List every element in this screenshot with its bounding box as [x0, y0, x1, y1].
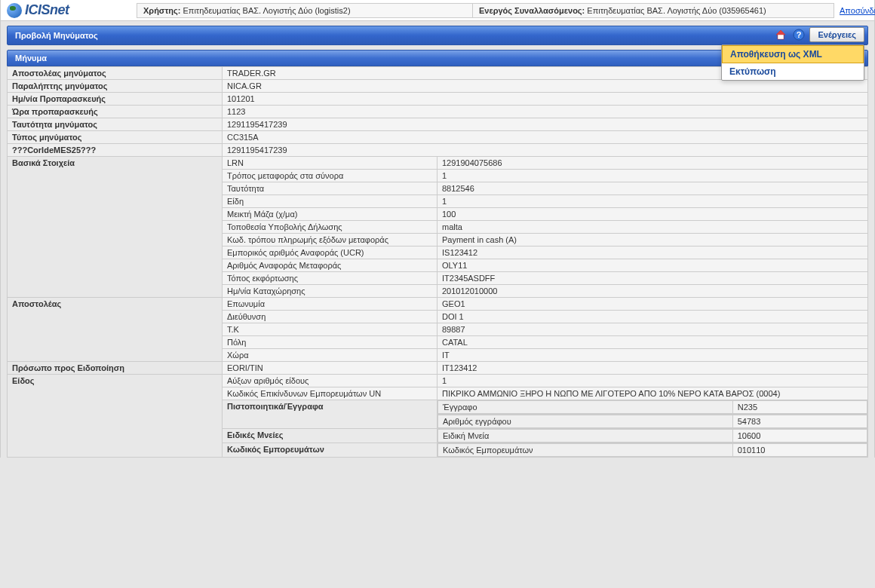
- logout-link[interactable]: Αποσύνδεση: [840, 6, 875, 15]
- row-value: 89887: [438, 323, 868, 336]
- row-label: Τ.Κ: [223, 323, 438, 336]
- row-label: Ταυτότητα μηνύματος: [8, 118, 223, 131]
- row-value: NICA.GR: [223, 80, 868, 93]
- section-basic: Βασικά Στοιχεία LRN 1291904075686: [8, 157, 868, 170]
- section-sender: Αποστολέας Επωνυμία GEO1: [8, 298, 868, 311]
- row-value: 1: [438, 170, 868, 182]
- title-actions: ? Ενέργειες: [773, 27, 864, 42]
- section-notify: Πρόσωπο προς Ειδοποίηση EORI/TIN IT12341…: [8, 362, 868, 375]
- row-value: 8812546: [438, 182, 868, 195]
- docs-inner: ΈγγραφοN235: [438, 400, 867, 414]
- logout-wrap: Αποσύνδεση: [834, 4, 875, 17]
- svg-text:?: ?: [797, 30, 802, 39]
- row-label: ???CorIdeMES25???: [8, 144, 223, 157]
- section-kind: Είδος Αύξων αριθμός είδους 1: [8, 375, 868, 387]
- home-icon[interactable]: [773, 27, 788, 42]
- table-row: Ταυτότητα μηνύματος1291195417239: [8, 118, 868, 131]
- row-label: Είδη: [223, 195, 438, 208]
- row-label: Τοποθεσία Υποβολής Δήλωσης: [223, 221, 438, 234]
- row-label: Διεύθυνση: [223, 311, 438, 323]
- row-value: DOI 1: [438, 311, 868, 323]
- row-value: 1291904075686: [438, 157, 868, 170]
- table-row: Τύπος μηνύματοςCC315A: [8, 131, 868, 144]
- row-value: 010110: [732, 444, 867, 457]
- row-label: Κωδικός Εμπορευμάτων: [438, 444, 733, 457]
- content-area: Μήνυμα Αποστολέας μηνύματοςTRADER.GR Παρ…: [7, 50, 868, 458]
- top-bar: ICISnet Χρήστης: Επιτηδευματίας ΒΑΣ. Λογ…: [1, 0, 874, 21]
- row-value: 201012010000: [438, 285, 868, 298]
- row-value: malta: [438, 221, 868, 234]
- menu-print[interactable]: Εκτύπωση: [722, 63, 864, 80]
- sub-inner: Αριθμός εγγράφου54783: [438, 415, 868, 429]
- row-label: Παραλήπτης μηνύματος: [8, 80, 223, 93]
- table-row: Ώρα προπαρασκευής1123: [8, 106, 868, 118]
- active-label: Ενεργός Συναλλασόμενος:: [479, 6, 585, 15]
- row-value: 100: [438, 208, 868, 221]
- row-label: Αύξων αριθμός είδους: [223, 375, 438, 387]
- row-label: Αποστολέας μηνύματος: [8, 67, 223, 80]
- actions-menu: Αποθήκευση ως XML Εκτύπωση: [721, 44, 864, 81]
- row-label: Μεικτή Μάζα (χ/μα): [223, 208, 438, 221]
- page-title-bar: Προβολή Μηνύματος ? Ενέργειες Αποθ: [7, 26, 868, 45]
- page-title: Προβολή Μηνύματος: [15, 31, 98, 40]
- row-value: ΠΙΚΡΙΚΟ ΑΜΜΩΝΙΟ ΞΗΡΟ Η ΝΩΠΟ ΜΕ ΛΙΓΟΤΕΡΟ …: [438, 387, 868, 400]
- row-label: EORI/TIN: [223, 362, 438, 375]
- row-value: OLY11: [438, 259, 868, 272]
- table-row: Ημ/νία Προπαρασκευής101201: [8, 93, 868, 106]
- row-label: Πόλη: [223, 336, 438, 349]
- row-value: 1: [438, 195, 868, 208]
- row-value: 10600: [732, 430, 867, 443]
- row-label: Αριθμός Αναφοράς Μεταφοράς: [223, 259, 438, 272]
- row-value: 54783: [732, 415, 867, 428]
- sub-inner: ΈγγραφοN235: [438, 400, 868, 415]
- row-label: Τύπος μηνύματος: [8, 131, 223, 144]
- user-info: Χρήστης: Επιτηδευματίας ΒΑΣ. Λογιστής Δύ…: [137, 3, 473, 18]
- row-value: N235: [732, 401, 867, 414]
- sub-header: Πιστοποιητικά/Έγγραφα: [223, 400, 438, 429]
- row-label: Ώρα προπαρασκευής: [8, 106, 223, 118]
- app-logo: ICISnet: [7, 2, 127, 18]
- row-value: 1123: [223, 106, 868, 118]
- row-label: Αριθμός εγγράφου: [438, 415, 733, 428]
- row-value: 1291195417239: [223, 144, 868, 157]
- menu-save-xml[interactable]: Αποθήκευση ως XML: [722, 45, 864, 63]
- row-value: 1: [438, 375, 868, 387]
- globe-icon: [7, 3, 22, 18]
- row-label: Ημ/νία Προπαρασκευής: [8, 93, 223, 106]
- actions-button[interactable]: Ενέργειες: [809, 27, 864, 42]
- row-value: Payment in cash (A): [438, 234, 868, 247]
- section-label: Βασικά Στοιχεία: [8, 157, 223, 298]
- logo-text: ICISnet: [25, 2, 69, 18]
- row-label: Κωδικός Επικίνδυνων Εμπορευμάτων UN: [223, 387, 438, 400]
- row-label: LRN: [223, 157, 438, 170]
- row-value: GEO1: [438, 298, 868, 311]
- row-value: 1291195417239: [223, 118, 868, 131]
- sub-inner: Κωδικός Εμπορευμάτων010110: [438, 443, 868, 458]
- row-label: Ταυτότητα: [223, 182, 438, 195]
- section-label: Είδος: [8, 375, 223, 458]
- row-label: Ειδική Μνεία: [438, 430, 733, 443]
- section-label: Πρόσωπο προς Ειδοποίηση: [8, 362, 223, 375]
- row-value: CC315A: [223, 131, 868, 144]
- row-value: 101201: [223, 93, 868, 106]
- user-value: Επιτηδευματίας ΒΑΣ. Λογιστής Δύο (logist…: [183, 6, 350, 15]
- row-label: Χώρα: [223, 349, 438, 362]
- svg-rect-1: [778, 35, 784, 39]
- actions-label: Ενέργειες: [818, 30, 856, 39]
- active-value: Επιτηδευματίας ΒΑΣ. Λογιστής Δύο (035965…: [587, 6, 766, 15]
- row-label: Τόπος εκφόρτωσης: [223, 272, 438, 285]
- row-label: Ημ/νία Καταχώρησης: [223, 285, 438, 298]
- table-row: ???CorIdeMES25???1291195417239: [8, 144, 868, 157]
- row-value: IS123412: [438, 247, 868, 259]
- row-value: IT2345ASDFF: [438, 272, 868, 285]
- message-table: Αποστολέας μηνύματοςTRADER.GR Παραλήπτης…: [7, 66, 868, 458]
- top-info: Χρήστης: Επιτηδευματίας ΒΑΣ. Λογιστής Δύ…: [137, 3, 834, 18]
- active-info: Ενεργός Συναλλασόμενος: Επιτηδευματίας Β…: [472, 3, 834, 18]
- row-label: Έγγραφο: [438, 401, 733, 414]
- sub-inner: Ειδική Μνεία10600: [438, 429, 868, 443]
- sub-header: Ειδικές Μνείες: [223, 429, 438, 443]
- user-label: Χρήστης:: [143, 6, 180, 15]
- row-label: Επωνυμία: [223, 298, 438, 311]
- row-value: IT123412: [438, 362, 868, 375]
- help-icon[interactable]: ?: [791, 27, 806, 42]
